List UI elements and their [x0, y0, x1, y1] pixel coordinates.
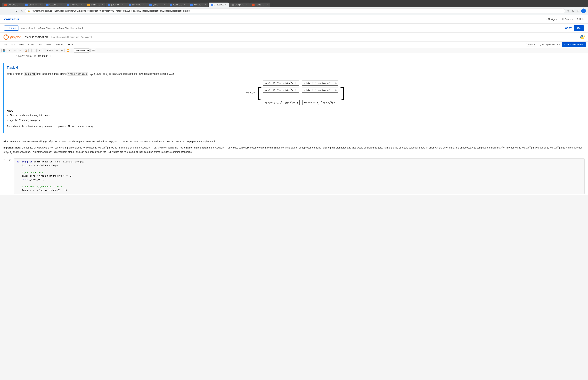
restart-run-button[interactable]: ⏩: [65, 49, 71, 52]
address-text: coursera.org/learn/cs441aml/programming/…: [32, 10, 563, 12]
navigate-label: Navigate: [548, 18, 557, 20]
google-search-icon[interactable]: G: [571, 9, 575, 13]
coursera-header: coursera ≡ Navigate ☑ Grades ? Help: [0, 15, 588, 24]
cell-type-selector[interactable]: Markdown Code Raw: [74, 48, 90, 53]
matrix-row-n: log p(y = 0) + ∑j=07 log p(xN(j)|y = 0) …: [263, 100, 339, 105]
move-up-button[interactable]: ▲: [32, 49, 37, 52]
reload-button[interactable]: ↻: [14, 8, 19, 13]
cut-button[interactable]: ✂: [13, 49, 17, 52]
menu-insert[interactable]: Insert: [26, 43, 35, 47]
tab-favicon: [252, 3, 255, 6]
browser-tab-week2[interactable]: Week 2... ✕: [167, 2, 188, 7]
mu-y-text: μy: [90, 73, 92, 75]
profile-icon[interactable]: R: [581, 8, 586, 13]
svg-point-2: [7, 38, 8, 38]
tab-close-icon[interactable]: ✕: [60, 4, 62, 6]
browser-tab-home[interactable]: Home - ... ✕: [250, 2, 270, 7]
jupyter-logo-icon: [3, 34, 9, 40]
menu-cell[interactable]: Cell: [36, 43, 43, 47]
tab-close-icon[interactable]: ✕: [246, 4, 247, 6]
tab-close-icon[interactable]: ✕: [40, 4, 41, 6]
python-icon: [580, 35, 585, 39]
svg-point-3: [4, 38, 5, 38]
menu-help[interactable]: Help: [67, 43, 75, 47]
move-down-button[interactable]: ▼: [37, 49, 42, 52]
browser-tabs: Dynatrac... ✕ Login - D... ✕ Custom... ✕…: [2, 1, 586, 7]
tab-close-icon[interactable]: ✕: [143, 4, 144, 6]
grades-label: Grades: [565, 18, 572, 20]
tab-close-icon[interactable]: ✕: [266, 4, 268, 6]
browser-tab-custom[interactable]: Custom... ✕: [44, 2, 64, 7]
extensions-icon[interactable]: ⊞: [576, 8, 580, 13]
keyboard-shortcut-button[interactable]: ⌨: [90, 49, 96, 52]
browser-tab-course[interactable]: Course:... ✕: [64, 2, 85, 7]
tab-close-icon[interactable]: ✕: [205, 4, 206, 6]
output-cell: [ 11.67577435, 11.01543899]]: [14, 53, 585, 60]
restart-button[interactable]: ↺: [60, 49, 64, 52]
browser-tab-dev[interactable]: [DEV mo... ✕: [106, 2, 126, 7]
save-button[interactable]: 💾: [1, 49, 7, 52]
jupyter-menu: File Edit View Insert Cell Kernel Widget…: [0, 42, 588, 48]
copy-cell-button[interactable]: ⎘: [18, 49, 22, 52]
browser-toolbar: ← → ↻ ⌂ 🔒 coursera.org/learn/cs441aml/pr…: [0, 7, 588, 15]
jupyter-logo: jupyter: [3, 34, 20, 40]
back-button[interactable]: ←: [2, 9, 7, 13]
stop-button[interactable]: ■: [55, 49, 59, 52]
run-button[interactable]: ▶ Run: [45, 49, 54, 52]
address-bar[interactable]: 🔒 coursera.org/learn/cs441aml/programmin…: [25, 8, 565, 13]
bullet-item-2: xi is the ith training data point.: [10, 118, 585, 122]
home-button[interactable]: ⌂ Home: [4, 25, 19, 31]
matrix-dots: … …: [263, 94, 339, 98]
tab-label: week-02...: [194, 3, 204, 6]
bullet-list: N is the number of training data points.…: [10, 114, 585, 122]
copy-button[interactable]: COPY: [565, 27, 572, 29]
browser-tab-week02[interactable]: week-02... ✕: [188, 2, 209, 7]
tab-close-icon[interactable]: ✕: [81, 4, 82, 6]
go-button[interactable]: Go: [574, 25, 584, 31]
browser-tab-login[interactable]: Login - D... ✕: [23, 2, 44, 7]
menu-view[interactable]: View: [18, 43, 26, 47]
tab-label: Week 2...: [173, 3, 183, 6]
tab-close-icon[interactable]: ✕: [184, 4, 186, 6]
code-cell: In [23]: def log_prob(train_features, mu…: [3, 158, 585, 194]
tab-close-icon[interactable]: ✕: [225, 4, 227, 6]
browser-tab-simplified[interactable]: Simplifie... ✕: [126, 2, 147, 7]
python-info: | Python 3 (Threads: 2) ○: [538, 43, 560, 46]
menu-kernel[interactable]: Kernel: [44, 43, 54, 47]
paste-button[interactable]: 📋: [23, 49, 29, 52]
matrix-cell-21: log p(y = 0) + ∑j=07 log p(x2(j)|y = 0): [263, 87, 299, 93]
browser-tab-bright[interactable]: Bright H... ✕: [85, 2, 105, 7]
home-label: Home: [9, 27, 16, 29]
navigate-menu[interactable]: ≡ Navigate: [546, 18, 557, 20]
hint-paragraph: Hint: Remember that we are modelling p(x…: [3, 139, 585, 144]
log-pxy-label: log px,y =: [246, 91, 255, 95]
hint-label: Hint:: [3, 140, 9, 143]
code-block[interactable]: def log_prob(train_features, mu_y, sigma…: [14, 158, 585, 194]
tab-label: Home - ...: [256, 3, 265, 6]
jupyter-header: jupyter BasicClassification Last Checkpo…: [0, 33, 588, 42]
menu-file[interactable]: File: [2, 43, 9, 47]
browser-tab-quote[interactable]: Quote ✕: [147, 2, 167, 7]
grades-menu[interactable]: ☑ Grades: [561, 18, 572, 20]
tab-close-icon[interactable]: ✕: [122, 4, 124, 6]
tab-close-icon[interactable]: ✕: [19, 4, 20, 6]
tab-close-icon[interactable]: ✕: [101, 4, 103, 6]
browser-tab-basic[interactable]: 2. Basic ... ✕: [209, 2, 229, 7]
where-text: where: [7, 109, 585, 112]
code-line-3: [17, 167, 582, 171]
tab-close-icon[interactable]: ✕: [163, 4, 165, 6]
new-tab-button[interactable]: +: [270, 1, 276, 7]
matrix-cell-n2: log p(y = 1) + ∑j=07 log p(xN(j)|y = 1): [302, 100, 339, 105]
browser-tab-dynatrac[interactable]: Dynatrac... ✕: [2, 2, 23, 7]
add-cell-button[interactable]: +: [8, 49, 12, 52]
home-nav-button[interactable]: ⌂: [20, 9, 24, 13]
submit-assignment-button[interactable]: Submit Assignment: [562, 42, 586, 47]
menu-edit[interactable]: Edit: [10, 43, 17, 47]
log-py-text: py: [106, 73, 108, 75]
forward-button[interactable]: →: [8, 9, 13, 13]
help-menu[interactable]: ? Help: [577, 18, 584, 20]
bookmark-icon[interactable]: ☆: [566, 8, 570, 13]
tab-label: Login - D...: [29, 3, 39, 6]
menu-widgets[interactable]: Widgets: [55, 43, 66, 47]
browser-tab-campus[interactable]: Campus... ✕: [229, 2, 250, 7]
